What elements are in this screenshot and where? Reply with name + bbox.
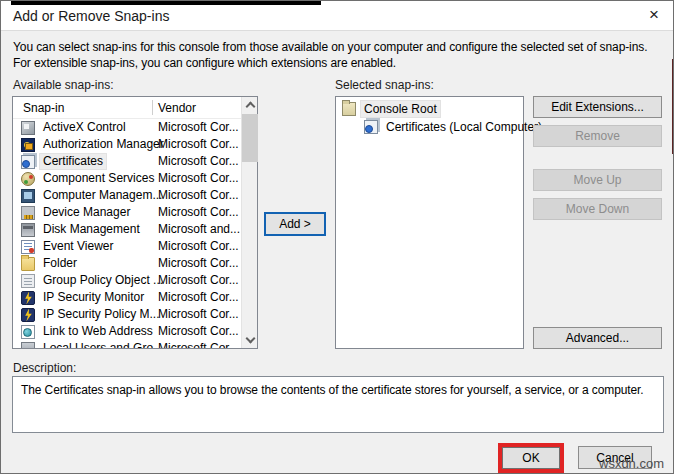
snapin-name: Folder [40,256,80,271]
description-box: The Certificates snap-in allows you to b… [12,376,664,433]
tree-item-label: Certificates (Local Computer) [383,119,545,135]
scroll-down-icon[interactable] [242,332,258,348]
remove-button: Remove [533,125,662,147]
authorization-manager-icon [21,138,35,152]
snapin-vendor: Microsoft Cor... [158,171,239,185]
snapin-vendor: Microsoft Cor... [158,239,239,253]
snapin-row-computer-management[interactable]: Computer Managem... Microsoft Cor... [13,187,241,204]
event-viewer-icon [21,240,35,254]
scrollbar-thumb[interactable] [242,114,258,162]
selected-snapins-label: Selected snap-ins: [335,78,434,92]
snapin-name: IP Security Policy M... [40,307,162,322]
snapin-vendor: Microsoft Cor... [158,273,239,287]
group-policy-icon [21,274,35,288]
selected-snapins-tree: Console Root Certificates (Local Compute… [335,96,524,349]
snapin-name: Event Viewer [40,239,116,254]
computer-management-icon [21,189,35,203]
tree-item-console-root[interactable]: Console Root [336,100,523,118]
ip-security-monitor-icon [21,291,35,305]
snapin-name: ActiveX Control [40,120,129,135]
snapin-row-component-services[interactable]: Component Services Microsoft Cor... [13,170,241,187]
disk-management-icon [21,223,35,237]
move-down-button: Move Down [533,198,662,220]
snapin-vendor: Microsoft Cor... [158,137,239,151]
scroll-up-icon[interactable] [242,97,258,113]
advanced-button[interactable]: Advanced... [533,327,662,349]
edit-extensions-button[interactable]: Edit Extensions... [533,96,662,118]
snapin-row-group-policy[interactable]: Group Policy Object ... Microsoft Cor... [13,272,241,289]
snapin-row-activex[interactable]: ActiveX Control Microsoft Cor... [13,119,241,136]
ok-annotation-box: OK [498,443,564,473]
snapin-row-local-users[interactable]: Local Users and Gro... Microsoft Cor... [13,340,241,348]
snapin-vendor: Microsoft Cor... [158,188,239,202]
console-root-folder-icon [342,102,356,116]
snapin-name: Certificates [40,154,106,169]
snapin-row-folder[interactable]: Folder Microsoft Cor... [13,255,241,272]
move-up-button: Move Up [533,169,662,191]
intro-text: You can select snap-ins for this console… [13,39,665,71]
snapin-name: Component Services [40,171,157,186]
available-snapins-label: Available snap-ins: [13,78,114,92]
certificates-icon [21,155,35,169]
close-icon[interactable]: × [643,4,665,26]
folder-icon [21,257,35,271]
ip-security-policy-icon [21,308,35,322]
snapin-row-device-manager[interactable]: Device Manager Microsoft Cor... [13,204,241,221]
snapin-row-disk-management[interactable]: Disk Management Microsoft and... [13,221,241,238]
screenshot-artifact-bar [11,1,321,5]
snapin-row-certificates[interactable]: Certificates Microsoft Cor... [13,153,241,170]
certificates-icon [364,120,378,134]
title-bar: Add or Remove Snap-ins × [1,1,673,31]
tree-item-label: Console Root [361,101,440,117]
available-snapins-list: Snap-in Vendor ActiveX Control Microsoft… [12,96,258,349]
snapin-name: Device Manager [40,205,133,220]
snapin-vendor: Microsoft Cor... [158,120,239,134]
list-header: Snap-in Vendor [13,97,241,119]
description-label: Description: [13,361,76,375]
snapin-name: Computer Managem... [40,188,165,203]
snapin-name: IP Security Monitor [40,290,147,305]
snapin-name: Local Users and Gro... [40,341,166,348]
snapin-vendor: Microsoft Cor... [158,256,239,270]
add-button[interactable]: Add > [264,212,326,236]
snapin-vendor: Microsoft and... [158,222,240,236]
activex-icon [21,121,35,135]
add-remove-snapins-dialog: Add or Remove Snap-ins × You can select … [0,0,674,474]
description-text: The Certificates snap-in allows you to b… [21,383,644,397]
component-services-icon [21,172,35,186]
column-header-snapin[interactable]: Snap-in [13,101,64,115]
snapin-vendor: Microsoft Cor... [158,324,239,338]
snapin-row-event-viewer[interactable]: Event Viewer Microsoft Cor... [13,238,241,255]
snapin-name: Authorization Manager [40,137,167,152]
snapin-name: Disk Management [40,222,143,237]
column-header-vendor[interactable]: Vendor [158,97,196,119]
snapin-vendor: Microsoft Cor... [158,205,239,219]
snapin-vendor: Microsoft Cor... [158,154,239,168]
tree-item-certificates-local-computer[interactable]: Certificates (Local Computer) [336,118,523,136]
dialog-title: Add or Remove Snap-ins [13,8,169,24]
snapin-name: Link to Web Address [40,324,156,339]
snapin-vendor: Microsoft Cor... [158,290,239,304]
ok-button[interactable]: OK [502,447,560,469]
snapin-row-ip-security-policy[interactable]: IP Security Policy M... Microsoft Cor... [13,306,241,323]
snapin-row-link-to-web-address[interactable]: Link to Web Address Microsoft Cor... [13,323,241,340]
snapin-row-authorization-manager[interactable]: Authorization Manager Microsoft Cor... [13,136,241,153]
snapin-row-ip-security-monitor[interactable]: IP Security Monitor Microsoft Cor... [13,289,241,306]
snapin-name: Group Policy Object ... [40,273,166,288]
device-manager-icon [21,206,35,220]
snapin-vendor: Microsoft Cor... [158,307,239,321]
scrollbar[interactable] [241,97,257,348]
snapin-vendor: Microsoft Cor... [158,341,239,348]
local-users-icon [21,342,35,349]
link-web-address-icon [21,325,35,339]
watermark-text: wsxdn.com [599,456,664,471]
